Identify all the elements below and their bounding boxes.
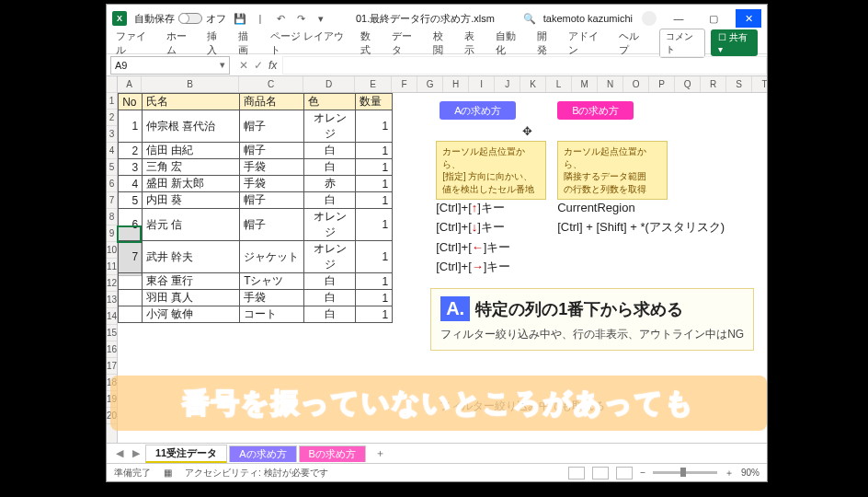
col-header[interactable]: R bbox=[701, 76, 726, 92]
table-cell[interactable]: オレンジ bbox=[304, 110, 356, 143]
tab-data[interactable]: データ bbox=[392, 29, 419, 57]
undo-icon[interactable]: ↶ bbox=[274, 12, 287, 25]
table-cell[interactable]: 帽子 bbox=[240, 192, 304, 209]
table-cell[interactable]: 1 bbox=[356, 159, 393, 176]
sheet-tab-2[interactable]: Aの求め方 bbox=[229, 445, 296, 462]
cancel-icon[interactable]: ✕ bbox=[239, 59, 248, 72]
table-cell[interactable]: オレンジ bbox=[304, 209, 356, 241]
table-cell[interactable]: 1 bbox=[356, 306, 393, 323]
tab-developer[interactable]: 開発 bbox=[537, 29, 555, 57]
table-cell[interactable]: 1 bbox=[356, 110, 393, 143]
row-header[interactable]: 11 bbox=[107, 259, 117, 275]
table-cell[interactable]: 1 bbox=[356, 176, 393, 192]
qat-dropdown-icon[interactable]: ▾ bbox=[314, 12, 327, 25]
table-cell[interactable] bbox=[119, 273, 143, 290]
col-header[interactable]: M bbox=[572, 76, 598, 92]
table-cell[interactable]: 信田 由紀 bbox=[143, 143, 240, 159]
col-header[interactable]: T bbox=[752, 76, 767, 92]
col-header[interactable]: N bbox=[598, 76, 623, 92]
view-normal-icon[interactable] bbox=[568, 467, 585, 480]
maximize-button[interactable]: ▢ bbox=[701, 9, 726, 28]
col-header[interactable]: G bbox=[417, 76, 443, 92]
row-header[interactable]: 4 bbox=[107, 143, 117, 159]
table-cell[interactable]: 内田 葵 bbox=[143, 192, 240, 209]
table-cell[interactable]: 帽子 bbox=[240, 143, 304, 159]
row-header[interactable]: 15 bbox=[107, 325, 117, 341]
minimize-button[interactable]: — bbox=[666, 9, 691, 28]
search-icon[interactable]: 🔍 bbox=[523, 12, 536, 25]
enter-icon[interactable]: ✓ bbox=[254, 59, 263, 72]
close-button[interactable]: ✕ bbox=[736, 9, 761, 28]
tab-addins[interactable]: アドイン bbox=[568, 29, 606, 57]
tab-nav-next[interactable]: ▶ bbox=[129, 447, 143, 459]
table-cell[interactable]: 1 bbox=[356, 143, 393, 159]
tab-review[interactable]: 校閲 bbox=[433, 29, 451, 57]
row-header[interactable]: 9 bbox=[107, 225, 117, 242]
row-header[interactable]: 7 bbox=[107, 192, 117, 209]
row-header[interactable]: 10 bbox=[107, 242, 117, 259]
col-header[interactable]: P bbox=[649, 76, 675, 92]
table-cell[interactable]: 白 bbox=[304, 143, 356, 159]
table-cell[interactable] bbox=[119, 306, 143, 323]
table-cell[interactable]: 東谷 重行 bbox=[143, 273, 240, 290]
share-button[interactable]: ☐ 共有 ▾ bbox=[711, 29, 758, 56]
row-header[interactable]: 13 bbox=[107, 292, 117, 308]
table-cell[interactable]: 白 bbox=[304, 159, 356, 176]
table-cell[interactable]: 6 bbox=[119, 209, 143, 241]
row-header[interactable]: 2 bbox=[107, 110, 117, 126]
sheet-tab-1[interactable]: 11受注データ bbox=[145, 445, 227, 463]
table-cell[interactable]: 1 bbox=[356, 209, 393, 241]
table-cell[interactable]: 帽子 bbox=[240, 110, 304, 143]
table-cell[interactable]: 小河 敏伸 bbox=[143, 306, 240, 323]
view-page-layout-icon[interactable] bbox=[592, 467, 609, 480]
col-header[interactable]: E bbox=[355, 76, 392, 92]
table-cell[interactable]: コート bbox=[240, 306, 304, 323]
row-header[interactable]: 6 bbox=[107, 176, 117, 192]
row-header[interactable]: 17 bbox=[107, 358, 117, 375]
table-cell[interactable]: 1 bbox=[356, 290, 393, 306]
table-cell[interactable]: 手袋 bbox=[240, 159, 304, 176]
table-cell[interactable]: 赤 bbox=[304, 176, 356, 192]
table-cell[interactable]: 1 bbox=[356, 273, 393, 290]
table-cell[interactable]: 仲宗根 喜代治 bbox=[143, 110, 240, 143]
row-header[interactable]: 8 bbox=[107, 209, 117, 225]
tab-view[interactable]: 表示 bbox=[464, 29, 483, 57]
btn-b-method[interactable]: Bの求め方 bbox=[557, 104, 634, 118]
table-cell[interactable]: オレンジ bbox=[304, 241, 356, 273]
table-cell[interactable]: 帽子 bbox=[240, 209, 304, 241]
table-cell[interactable]: 手袋 bbox=[240, 176, 304, 192]
table-cell[interactable]: 4 bbox=[119, 176, 143, 192]
col-header[interactable]: K bbox=[520, 76, 546, 92]
row-header[interactable]: 1 bbox=[107, 93, 117, 110]
table-cell[interactable]: 盛田 新太郎 bbox=[143, 176, 240, 192]
tab-automate[interactable]: 自動化 bbox=[496, 29, 523, 57]
view-page-break-icon[interactable] bbox=[616, 467, 633, 480]
formula-input[interactable] bbox=[282, 56, 767, 75]
zoom-in-button[interactable]: ＋ bbox=[725, 467, 734, 480]
table-cell[interactable]: ジャケット bbox=[240, 241, 304, 273]
autosave-toggle[interactable]: 自動保存 オフ bbox=[134, 12, 226, 26]
table-cell[interactable]: 白 bbox=[304, 273, 356, 290]
table-cell[interactable]: 5 bbox=[119, 192, 143, 209]
row-header[interactable]: 3 bbox=[107, 126, 117, 143]
tab-formulas[interactable]: 数式 bbox=[360, 29, 379, 57]
zoom-slider[interactable] bbox=[653, 471, 717, 474]
col-header[interactable]: L bbox=[546, 76, 572, 92]
col-header[interactable]: H bbox=[443, 76, 469, 92]
row-header[interactable]: 16 bbox=[107, 341, 117, 358]
col-header[interactable]: C bbox=[239, 76, 303, 92]
redo-icon[interactable]: ↷ bbox=[294, 12, 307, 25]
col-header[interactable]: A bbox=[118, 76, 142, 92]
table-cell[interactable]: 1 bbox=[119, 110, 143, 143]
table-cell[interactable]: 三角 宏 bbox=[143, 159, 240, 176]
tab-help[interactable]: ヘルプ bbox=[619, 29, 646, 57]
zoom-out-button[interactable]: − bbox=[640, 468, 645, 478]
table-cell[interactable]: 2 bbox=[119, 143, 143, 159]
row-header[interactable]: 14 bbox=[107, 308, 117, 325]
col-header[interactable]: I bbox=[469, 76, 495, 92]
table-cell[interactable]: 1 bbox=[356, 192, 393, 209]
btn-a-method[interactable]: Aの求め方 bbox=[440, 104, 516, 118]
col-header[interactable]: J bbox=[495, 76, 520, 92]
save-icon[interactable]: 💾 bbox=[234, 12, 246, 25]
tab-file[interactable]: ファイル bbox=[116, 29, 154, 57]
